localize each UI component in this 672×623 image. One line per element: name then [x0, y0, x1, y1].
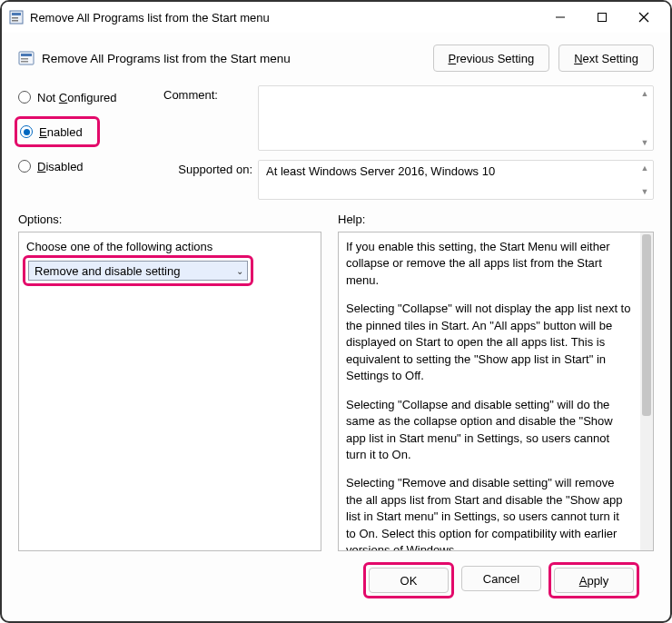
- action-dropdown[interactable]: Remove and disable setting ⌄: [28, 261, 248, 281]
- apply-button[interactable]: Apply: [554, 568, 634, 593]
- help-scrollbar[interactable]: [640, 232, 653, 550]
- scroll-up-icon[interactable]: ▲: [640, 163, 649, 173]
- scroll-down-icon[interactable]: ▼: [640, 138, 649, 147]
- close-button[interactable]: [623, 4, 665, 31]
- supported-on-value: At least Windows Server 2016, Windows 10: [266, 164, 495, 178]
- minimize-button[interactable]: [539, 4, 581, 31]
- maximize-button[interactable]: [581, 4, 623, 31]
- supported-label: Supported on:: [163, 160, 252, 176]
- state-radio-group: Not Configured Enabled Disabled: [18, 85, 153, 200]
- app-icon: [9, 10, 24, 25]
- help-label: Help:: [338, 213, 654, 226]
- options-label: Options:: [18, 213, 321, 226]
- comment-textarea[interactable]: ▲ ▼: [258, 85, 654, 151]
- radio-icon: [18, 91, 31, 104]
- svg-rect-10: [21, 58, 28, 60]
- svg-rect-11: [21, 61, 28, 63]
- svg-rect-1: [12, 13, 21, 15]
- help-text: Selecting "Remove and disable setting" w…: [346, 475, 631, 550]
- cancel-button[interactable]: Cancel: [461, 566, 541, 591]
- svg-rect-9: [21, 54, 32, 56]
- dialog-footer: OK Cancel Apply: [18, 551, 654, 595]
- radio-enabled[interactable]: Enabled: [20, 122, 94, 142]
- window-title: Remove All Programs list from the Start …: [30, 11, 270, 25]
- scrollbar-thumb[interactable]: [642, 234, 651, 416]
- policy-title: Remove All Programs list from the Start …: [42, 52, 291, 65]
- svg-rect-3: [12, 20, 18, 22]
- previous-setting-button[interactable]: Previous Setting: [433, 44, 550, 72]
- radio-icon: [20, 125, 33, 138]
- radio-not-configured[interactable]: Not Configured: [18, 87, 153, 107]
- scroll-up-icon[interactable]: ▲: [640, 89, 649, 98]
- radio-icon: [18, 160, 31, 173]
- help-text: Selecting "Collapse" will not display th…: [346, 301, 631, 384]
- titlebar: Remove All Programs list from the Start …: [2, 2, 670, 33]
- svg-rect-2: [12, 17, 18, 19]
- scroll-down-icon[interactable]: ▼: [640, 187, 649, 196]
- policy-icon: [18, 50, 35, 66]
- radio-disabled[interactable]: Disabled: [18, 156, 153, 176]
- svg-rect-5: [598, 14, 607, 22]
- dropdown-selected: Remove and disable setting: [35, 264, 236, 278]
- header: Remove All Programs list from the Start …: [18, 40, 654, 76]
- help-pane: If you enable this setting, the Start Me…: [339, 232, 640, 550]
- supported-on-box: At least Windows Server 2016, Windows 10…: [258, 160, 654, 200]
- ok-button[interactable]: OK: [369, 568, 449, 593]
- next-setting-button[interactable]: Next Setting: [558, 44, 654, 72]
- options-prompt: Choose one of the following actions: [26, 240, 313, 253]
- options-pane: Choose one of the following actions Remo…: [18, 232, 321, 551]
- help-text: If you enable this setting, the Start Me…: [346, 239, 631, 289]
- comment-label: Comment:: [163, 85, 252, 102]
- chevron-down-icon: ⌄: [236, 266, 243, 276]
- help-text: Selecting "Collapse and disable setting"…: [346, 397, 631, 464]
